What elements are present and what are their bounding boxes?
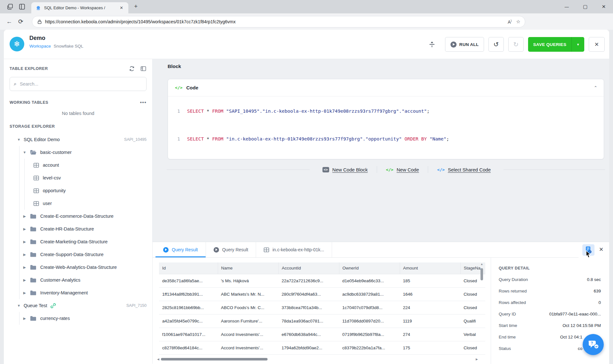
keboola-favicon bbox=[36, 5, 41, 11]
chevron-down-icon: ▼ bbox=[17, 138, 21, 141]
folder-icon bbox=[30, 265, 36, 270]
browser-tab[interactable]: SQL Editor Demo - Workspaces / ✕ bbox=[31, 2, 128, 13]
folder-icon bbox=[30, 226, 36, 231]
block-title: Block bbox=[168, 64, 181, 69]
code-icon: </> bbox=[175, 85, 182, 90]
new-code-block-button[interactable]: <> New Code Block bbox=[322, 167, 368, 172]
read-aloud-icon[interactable]: A) bbox=[508, 19, 511, 25]
working-tables-menu-icon[interactable]: ••• bbox=[140, 99, 147, 106]
back-icon[interactable]: ← bbox=[5, 18, 13, 25]
table-row: f10061ae976a01017...Accord Investments'.… bbox=[159, 328, 485, 341]
tree-item-table[interactable]: user bbox=[4, 197, 152, 210]
tree-item-folder[interactable]: ▶ Create-E-commerce-Data-Structure bbox=[4, 210, 152, 223]
scrollbar-thumb[interactable] bbox=[161, 358, 268, 360]
address-bar[interactable]: https://connection.keboola.com/admin/pro… bbox=[32, 16, 525, 27]
scroll-up-icon[interactable]: ▲ bbox=[480, 262, 484, 266]
vertical-scrollbar[interactable]: ▲ ▼ bbox=[480, 262, 484, 364]
window-maximize-button[interactable]: ▢ bbox=[576, 0, 594, 13]
chevron-right-icon: ▶ bbox=[22, 291, 27, 295]
search-icon: ⌕ bbox=[14, 81, 17, 87]
chevron-down-icon: ▼ bbox=[22, 150, 27, 154]
column-header[interactable]: Name bbox=[218, 262, 278, 274]
result-tabs: Query Result Query Result in.c-keboola-e… bbox=[153, 242, 332, 257]
bucket-badge: SAPI_7150 bbox=[126, 303, 147, 308]
tree-item-bucket[interactable]: ▼ SQL Editor Demo SAPI_10495 bbox=[4, 133, 152, 146]
table-icon bbox=[34, 201, 39, 206]
query-duration-value: 0.8 sec bbox=[587, 277, 601, 282]
tree-item-folder[interactable]: ▶ currency-rates bbox=[4, 312, 152, 325]
tree-item-folder[interactable]: ▶ Customer-Analytics bbox=[4, 274, 152, 286]
undo-button[interactable]: ↺ bbox=[488, 37, 504, 52]
tab-actions-icon[interactable] bbox=[19, 3, 26, 10]
close-results-icon[interactable]: ✕ bbox=[599, 246, 603, 253]
chevron-right-icon: ▶ bbox=[22, 214, 27, 218]
window-close-button[interactable]: ✕ bbox=[594, 0, 613, 13]
tree-item-folder[interactable]: ▶ Inventory-Management bbox=[4, 286, 152, 299]
collapse-chevron-icon[interactable]: ⌃ bbox=[594, 85, 597, 90]
storage-explorer-title: STORAGE EXPLORER bbox=[10, 124, 147, 129]
tree-item-bucket[interactable]: ▼ Queue Test SAPI_7150 bbox=[4, 299, 152, 312]
tree-item-folder[interactable]: ▶ Create-HR-Data-Structure bbox=[4, 223, 152, 235]
table-row: de358c71a86fa5ae...'s Ms. Hájková22a722a… bbox=[159, 274, 485, 287]
scrollbar-thumb[interactable] bbox=[481, 268, 483, 280]
column-header[interactable]: AccountId bbox=[278, 262, 339, 274]
workspace-breadcrumb-link[interactable]: Workspace bbox=[29, 44, 51, 49]
format-queries-icon[interactable] bbox=[428, 40, 436, 49]
snowflake-icon: ❄ bbox=[10, 37, 24, 51]
favorite-star-icon[interactable]: ☆ bbox=[516, 19, 520, 25]
chevron-right-icon: ▶ bbox=[22, 316, 27, 321]
close-workspace-button[interactable]: ✕ bbox=[589, 37, 605, 52]
select-shared-code-button[interactable]: </> Select Shared Code bbox=[437, 167, 491, 172]
folder-icon bbox=[30, 277, 36, 283]
support-chat-button[interactable]: ? bbox=[583, 334, 604, 355]
scroll-right-icon[interactable]: ▶ bbox=[476, 358, 480, 361]
collapse-sidebar-icon[interactable] bbox=[140, 65, 147, 72]
sql-editor-line[interactable]: 1 SELECT * FROM "SAPI_10495"."in.c-keboo… bbox=[168, 109, 604, 114]
workspace-header: ❄ Demo Workspace Snowflake SQL RUN ALL ↺… bbox=[4, 30, 609, 59]
new-tab-button[interactable]: + bbox=[134, 3, 138, 10]
tree-item-folder[interactable]: ▶ Create-Marketing-Data-Structure bbox=[4, 235, 152, 248]
tree-item-table[interactable]: account bbox=[4, 159, 152, 171]
window-minimize-button[interactable]: — bbox=[557, 0, 576, 13]
save-queries-button[interactable]: SAVE QUERIES ▼ bbox=[528, 37, 584, 52]
tree-item-folder[interactable]: ▶ Create-Support-Data-Structure bbox=[4, 248, 152, 261]
tab-workspaces-icon[interactable] bbox=[6, 3, 13, 10]
tab-query-result-1[interactable]: Query Result bbox=[155, 242, 206, 257]
tab-table-preview[interactable]: in.c-keboola-ex-http-01k... bbox=[256, 242, 332, 257]
query-detail-title: QUERY DETAIL bbox=[499, 266, 601, 270]
browser-url-row: ← ⟳ https://connection.keboola.com/admin… bbox=[0, 13, 613, 30]
storage-tree: ▼ SQL Editor Demo SAPI_10495 ▼ basic-cus… bbox=[4, 133, 152, 325]
line-number: 1 bbox=[168, 136, 187, 141]
folder-open-icon bbox=[30, 150, 36, 155]
tree-item-folder[interactable]: ▼ basic-customer bbox=[4, 146, 152, 159]
column-header[interactable]: OwnerId bbox=[339, 262, 400, 274]
refresh-tables-icon[interactable] bbox=[129, 65, 135, 72]
tab-query-result-2[interactable]: Query Result bbox=[206, 242, 256, 257]
tree-item-folder[interactable]: ▶ Create-Web-Analytics-Data-Structure bbox=[4, 261, 152, 274]
table-search[interactable]: ⌕ bbox=[10, 77, 147, 91]
rows-affected-value: 0 bbox=[598, 300, 601, 305]
sql-editor-line[interactable]: 1 SELECT * FROM "in.c-keboola-ex-http-01… bbox=[168, 136, 604, 141]
tree-item-table[interactable]: opportunity bbox=[4, 184, 152, 197]
refresh-icon[interactable]: ⟳ bbox=[17, 18, 25, 25]
run-play-icon bbox=[450, 42, 457, 48]
tab-title: SQL Editor Demo - Workspaces / bbox=[44, 5, 118, 10]
search-input[interactable] bbox=[20, 81, 142, 87]
column-header[interactable]: Amount bbox=[400, 262, 460, 274]
run-all-button[interactable]: RUN ALL bbox=[445, 37, 484, 52]
table-row: c8278f08ed64184c...Accord Investments'..… bbox=[159, 341, 485, 354]
tree-item-table[interactable]: level-csv bbox=[4, 171, 152, 184]
column-header[interactable]: Id bbox=[159, 262, 218, 274]
scroll-left-icon[interactable]: ◀ bbox=[157, 358, 161, 361]
chevron-right-icon: ▶ bbox=[22, 240, 27, 244]
table-icon bbox=[34, 188, 39, 193]
code-block-icon: <> bbox=[322, 167, 329, 172]
new-code-button[interactable]: </> New Code bbox=[386, 167, 419, 172]
rows-returned-value: 639 bbox=[594, 289, 601, 293]
add-code-actions: <> New Code Block </> New Code </> Selec… bbox=[167, 164, 605, 175]
code-block-header[interactable]: </> Code ⌃ bbox=[168, 79, 604, 96]
tab-close-icon[interactable]: ✕ bbox=[118, 5, 125, 11]
horizontal-scrollbar[interactable]: ◀ ▶ bbox=[157, 357, 480, 361]
redo-button[interactable]: ↻ bbox=[508, 37, 524, 52]
save-dropdown-caret[interactable]: ▼ bbox=[571, 37, 584, 52]
